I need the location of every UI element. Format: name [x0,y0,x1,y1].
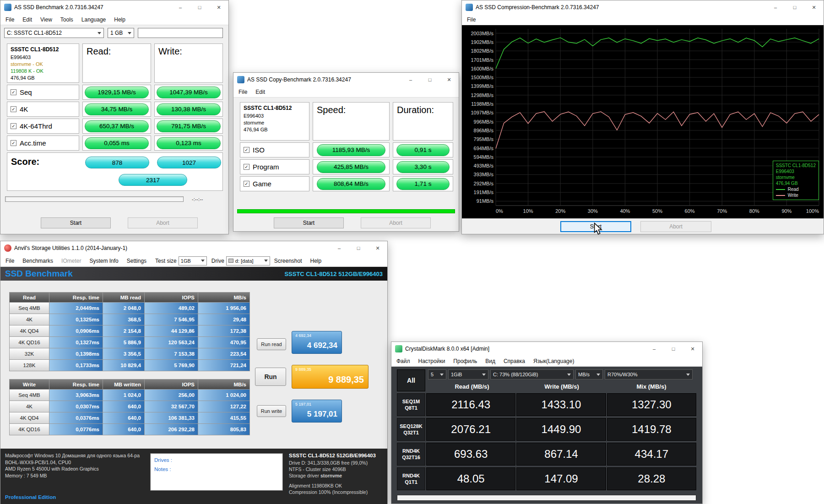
test-label[interactable]: 128K [9,359,49,371]
legend-read-label: Read [788,186,799,192]
maximize-button[interactable]: □ [785,0,804,14]
menu-view[interactable]: View [36,14,56,25]
menu-tools[interactable]: Tools [56,14,77,25]
checkbox-game[interactable]: ✓ [244,181,249,187]
test-label[interactable]: Seq 4MB [9,389,49,401]
close-button[interactable]: ✕ [209,0,228,14]
toolbar: C: SSSTC CL1-8D512 1 GB [0,25,228,41]
menu-help[interactable]: Help [306,255,326,266]
run-read-button[interactable]: Run read [257,338,286,350]
menu-profile[interactable]: Профиль [449,356,481,366]
test-type-line2: Q32T16 [402,455,420,460]
close-button[interactable]: ✕ [368,241,387,255]
toolbar-textbox[interactable] [138,28,223,38]
start-button[interactable]: Start [274,217,344,228]
checkbox-4k64[interactable]: ✓ [11,123,16,129]
menu-view[interactable]: Вид [481,356,499,366]
test-size-select[interactable]: 1 GB [108,28,134,38]
menu-file[interactable]: Файл [392,356,414,366]
svg-text:2003MB/s: 2003MB/s [471,31,493,36]
svg-text:896MB/s: 896MB/s [474,128,494,133]
test-type-button[interactable]: SEQ1MQ8T1 [397,393,425,416]
menu-settings[interactable]: Настройки [414,356,450,366]
abort-button[interactable]: Abort [640,221,711,232]
menu-iometer[interactable]: IOmeter [57,255,85,266]
minimize-button[interactable]: – [766,0,785,14]
abort-button[interactable]: Abort [361,217,431,228]
drive-select[interactable]: C: SSSTC CL1-8D512 [4,28,104,38]
abort-button[interactable]: Abort [128,217,198,228]
minimize-button[interactable]: – [401,73,420,87]
checkbox-acctime[interactable]: ✓ [11,140,16,146]
footer-bar: Start Abort [462,218,824,234]
test-type-button[interactable]: RND4KQ32T16 [397,443,425,466]
4k64-write-value: 791,75 MB/s [157,120,221,132]
menu-help[interactable]: Help [110,14,130,25]
value-cell: 721,24 [198,359,250,371]
run-all-button[interactable]: All [397,369,425,391]
checkbox-seq[interactable]: ✓ [11,89,16,95]
program-speed-value: 425,85 MB/s [317,161,385,173]
test-label[interactable]: 4K QD16 [9,336,49,348]
close-button[interactable]: ✕ [804,0,824,14]
value-cell: 2 048,0 [103,302,145,314]
test-size-select[interactable]: 1GiB [448,369,488,379]
checkbox-program[interactable]: ✓ [244,164,249,170]
maximize-button[interactable]: □ [664,342,683,356]
table-row: 4K QD160,0776ms640,0206 292,28805,83 [10,424,250,435]
checkbox-iso[interactable]: ✓ [244,147,249,153]
menu-edit[interactable]: Edit [251,87,269,97]
minimize-button[interactable]: – [171,0,190,14]
close-button[interactable]: ✕ [439,73,459,87]
test-type-button[interactable]: RND4KQ1T1 [397,467,425,490]
score-panel: Score: 878 1027 2317 [7,152,223,191]
test-label[interactable]: 4K QD16 [9,423,49,435]
test-count-select[interactable]: 5 [428,369,446,379]
menu-screenshot[interactable]: Screenshot [270,255,306,266]
test-label[interactable]: Seq 4MB [9,302,49,314]
maximize-button[interactable]: □ [420,73,439,87]
menu-file[interactable]: File [234,87,251,97]
test-type-line1: RND4K [402,473,420,478]
test-type-button[interactable]: SEQ128KQ32T1 [397,418,425,441]
4k64-read-value: 650,37 MB/s [85,120,149,132]
test-label[interactable]: 4K QD4 [9,412,49,424]
test-type-line1: SEQ128K [400,423,423,429]
unit-select[interactable]: MB/s [575,369,603,379]
drive-select[interactable]: d: [data] [226,256,270,266]
menu-file[interactable]: File [1,14,18,25]
start-button[interactable]: Start [41,217,111,228]
menu-edit[interactable]: Edit [18,14,36,25]
test-label[interactable]: 4K [9,314,49,325]
menu-settings[interactable]: Settings [123,255,151,266]
test-name: 4K-64Thrd [20,122,52,130]
value-cell: 0,1325ms [49,314,103,325]
menu-benchmarks[interactable]: Benchmarks [18,255,57,266]
page-title: SSD Benchmark [5,269,73,279]
test-size-select[interactable]: 1GB [179,256,207,266]
run-button[interactable]: Run [255,368,286,386]
menu-language[interactable]: Language [77,14,110,25]
svg-text:1097MB/s: 1097MB/s [471,110,493,115]
maximize-button[interactable]: □ [190,0,209,14]
checkbox-4k[interactable]: ✓ [11,106,16,112]
maximize-button[interactable]: □ [349,241,368,255]
minimize-button[interactable]: – [645,342,664,356]
seq-write-value: 1047,39 MB/s [157,87,221,98]
mix-ratio-select[interactable]: R70%/W30% [605,369,693,379]
menu-language[interactable]: Язык(Language) [529,356,578,366]
value-cell: 1 024,0 [103,389,145,401]
menu-system-info[interactable]: System Info [85,255,122,266]
menu-help[interactable]: Справка [499,356,529,366]
menu-file[interactable]: File [463,14,480,25]
menu-file[interactable]: File [1,255,18,266]
minimize-button[interactable]: – [330,241,349,255]
test-label[interactable]: 4K QD4 [9,325,49,337]
test-label[interactable]: 32K [9,348,49,360]
close-button[interactable]: ✕ [683,342,702,356]
value-cell: 120 563,24 [144,336,198,348]
run-write-button[interactable]: Run write [257,405,286,417]
target-drive-select[interactable]: C: 73% (88/120GiB) [490,369,574,379]
notes-box[interactable]: Drives : Notes : [150,453,283,491]
test-label[interactable]: 4K [9,401,49,412]
